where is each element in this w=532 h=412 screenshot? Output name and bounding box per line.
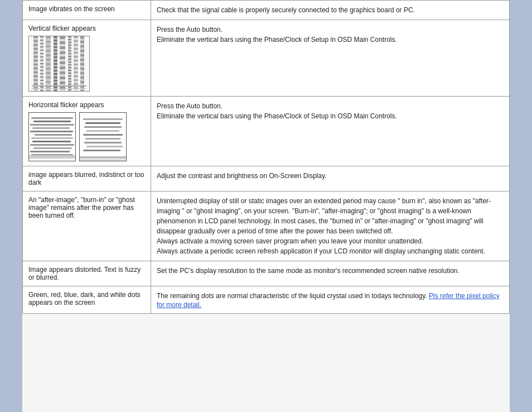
main-content: Image vibrates on the screen Check that …: [22, 0, 510, 412]
left-sidebar: [0, 0, 22, 412]
table-row: An "after-image", "burn-in" or "ghost im…: [23, 191, 510, 261]
table-row: image appears blurred, indistinct or too…: [23, 166, 510, 191]
solution-cell: Press the Auto button.Eliminate the vert…: [151, 20, 510, 97]
problem-cell: image appears blurred, indistinct or too…: [23, 166, 151, 191]
solution-cell: Set the PC's display resolution to the s…: [151, 261, 510, 286]
problem-text: Image vibrates on the screen: [28, 5, 115, 13]
solution-cell: Press the Auto button.Eliminate the vert…: [151, 97, 510, 166]
horizontal-flicker-images: [28, 112, 145, 161]
solution-cell: Adjust the contrast and brightness on On…: [151, 166, 510, 191]
solution-text: Set the PC's display resolution to the s…: [157, 267, 460, 275]
problem-text: Green, red, blue, dark, and white dots a…: [28, 291, 141, 306]
problem-text: An "after-image", "burn-in" or "ghost im…: [28, 196, 135, 219]
solution-text: Check that the signal cable is properly …: [157, 6, 415, 14]
solution-text: Press the Auto button.Eliminate the vert…: [157, 26, 397, 44]
solution-text: Press the Auto button.Eliminate the vert…: [157, 102, 397, 120]
problem-cell: Horizontal flicker appears: [23, 97, 151, 166]
table-row: Image vibrates on the screen Check that …: [23, 1, 510, 20]
problem-cell: An "after-image", "burn-in" or "ghost im…: [23, 191, 151, 261]
problem-text: Horizontal flicker appears: [28, 101, 145, 109]
solution-text: Uninterrupted display of still or static…: [157, 197, 491, 255]
problem-cell: Image vibrates on the screen: [23, 1, 151, 20]
troubleshooting-table: Image vibrates on the screen Check that …: [22, 0, 510, 314]
horiz-image-2: [79, 112, 127, 161]
problem-text: Image appears distorted. Text is fuzzy o…: [28, 266, 141, 281]
solution-text-prefix: The remaining dots are normal characteri…: [157, 292, 429, 300]
solution-cell: The remaining dots are normal characteri…: [151, 286, 510, 314]
page-wrapper: Image vibrates on the screen Check that …: [0, 0, 532, 412]
solution-cell: Uninterrupted display of still or static…: [151, 191, 510, 261]
solution-cell: Check that the signal cable is properly …: [151, 1, 510, 20]
problem-text: image appears blurred, indistinct or too…: [28, 171, 144, 186]
table-row: Vertical flicker appears: [23, 20, 510, 97]
horiz-image-1: [28, 112, 76, 161]
problem-cell: Image appears distorted. Text is fuzzy o…: [23, 261, 151, 286]
problem-cell: Vertical flicker appears: [23, 20, 151, 97]
problem-text: Vertical flicker appears: [28, 25, 145, 32]
solution-text: Adjust the contrast and brightness on On…: [157, 172, 327, 180]
table-row: Image appears distorted. Text is fuzzy o…: [23, 261, 510, 286]
vertical-flicker-image: [28, 36, 90, 92]
table-row: Green, red, blue, dark, and white dots a…: [23, 286, 510, 314]
table-row: Horizontal flicker appears: [23, 97, 510, 166]
right-sidebar: [510, 0, 532, 412]
problem-cell: Green, red, blue, dark, and white dots a…: [23, 286, 151, 314]
